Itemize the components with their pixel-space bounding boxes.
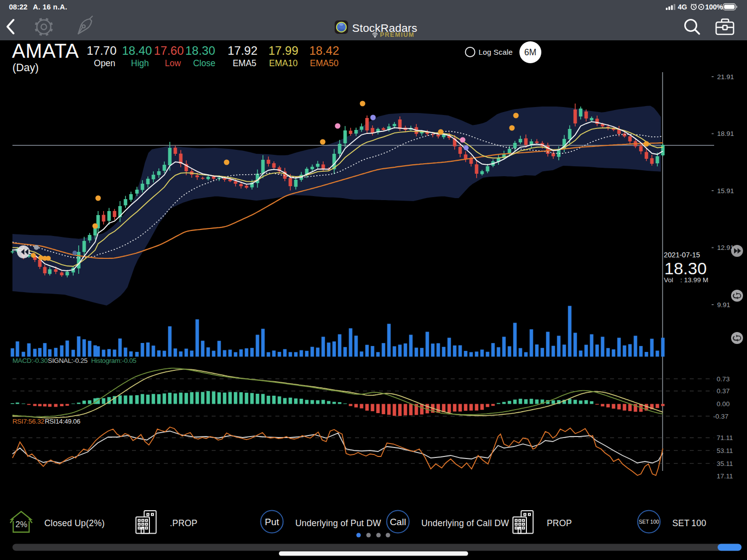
svg-text:SET 100: SET 100 — [639, 519, 659, 525]
svg-text:21.91: 21.91 — [717, 73, 734, 81]
svg-text:RSI7:56.32: RSI7:56.32 — [12, 418, 44, 425]
svg-text:Vol: Vol — [664, 276, 673, 284]
svg-text:0.37: 0.37 — [717, 387, 730, 395]
svg-text:Histogram:-0.05: Histogram:-0.05 — [91, 357, 136, 364]
svg-text:: 13.99 M: : 13.99 M — [680, 276, 708, 284]
svg-text:SIGNAL:-0.25: SIGNAL:-0.25 — [48, 357, 88, 364]
svg-text:Put: Put — [265, 517, 279, 527]
svg-text:35.11: 35.11 — [717, 460, 733, 467]
svg-text:SET 100: SET 100 — [672, 518, 706, 528]
svg-text:RSI14:49.06: RSI14:49.06 — [45, 418, 80, 425]
svg-text:53.11: 53.11 — [717, 447, 733, 454]
svg-text:12.91: 12.91 — [717, 244, 734, 251]
svg-text:0.00: 0.00 — [717, 400, 730, 408]
svg-text:71.11: 71.11 — [717, 434, 733, 442]
svg-text:2021-07-15: 2021-07-15 — [664, 251, 700, 259]
svg-text:Closed Up(2%): Closed Up(2%) — [44, 518, 105, 528]
svg-text:2%: 2% — [15, 520, 27, 529]
svg-text:MACD:-0.30: MACD:-0.30 — [12, 357, 48, 364]
svg-text:9.91: 9.91 — [717, 301, 730, 309]
svg-text:18.91: 18.91 — [717, 130, 734, 137]
svg-text:-0.37: -0.37 — [713, 413, 729, 420]
svg-text:18.30: 18.30 — [664, 259, 707, 278]
svg-text:Call: Call — [390, 517, 406, 527]
svg-text:PROP: PROP — [547, 518, 572, 528]
svg-text:.PROP: .PROP — [170, 518, 197, 528]
svg-text:0.73: 0.73 — [717, 375, 730, 383]
svg-text:Underlying of Call DW: Underlying of Call DW — [421, 518, 509, 528]
svg-text:17.11: 17.11 — [717, 472, 733, 480]
svg-text:15.91: 15.91 — [717, 187, 734, 195]
svg-text:Underlying of Put DW: Underlying of Put DW — [295, 518, 381, 528]
